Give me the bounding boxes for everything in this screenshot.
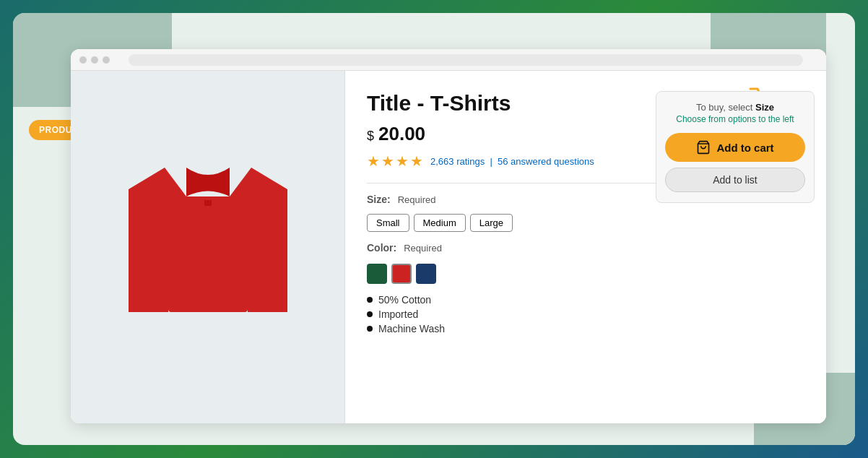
browser-card: Title - T-Shirts $ 20.00 ★★★★ 2,663 rati… [71, 49, 826, 423]
browser-dot-1 [79, 56, 87, 64]
product-details-section: Title - T-Shirts $ 20.00 ★★★★ 2,663 rati… [345, 71, 826, 423]
color-label: Color: [367, 242, 396, 254]
price-symbol: $ [367, 129, 374, 144]
svg-rect-8 [204, 200, 212, 206]
bullet-item-wash: Machine Wash [367, 323, 804, 334]
browser-topbar [71, 49, 826, 71]
price-amount: 20.00 [378, 123, 425, 145]
bullet-item-cotton: 50% Cotton [367, 294, 804, 306]
color-row: Color: Required [367, 242, 804, 254]
browser-url-bar [129, 54, 803, 66]
cart-icon [696, 140, 711, 155]
bullet-item-imported: Imported [367, 308, 804, 320]
size-required: Required [398, 194, 436, 205]
add-to-cart-button[interactable]: Add to cart [665, 133, 805, 162]
svg-rect-7 [168, 196, 248, 312]
browser-content: Title - T-Shirts $ 20.00 ★★★★ 2,663 rati… [71, 71, 826, 423]
bullet-list: 50% Cotton Imported Machine Wash [367, 294, 804, 334]
bullet-dot-1 [367, 297, 373, 303]
bullet-dot-2 [367, 311, 373, 317]
product-image-tshirt [129, 160, 287, 334]
buy-box-title-bold: Size [755, 102, 774, 113]
bullet-dot-3 [367, 326, 373, 332]
add-to-cart-label: Add to cart [716, 142, 773, 154]
color-required: Required [404, 243, 442, 254]
buy-box: To buy, select Size Choose from options … [656, 91, 815, 203]
color-swatch-red[interactable] [391, 264, 412, 284]
buy-box-title: To buy, select Size [665, 102, 805, 113]
product-image-section [71, 71, 345, 423]
color-swatch-navy[interactable] [416, 264, 436, 284]
browser-dot-3 [103, 56, 110, 64]
buy-box-subtitle: Choose from options to the left [665, 114, 805, 124]
browser-dot-2 [91, 56, 98, 64]
color-swatch-green[interactable] [367, 264, 387, 284]
ratings-text[interactable]: 2,663 ratings | 56 answered questions [430, 156, 594, 167]
size-medium-button[interactable]: Medium [414, 214, 466, 232]
add-to-list-button[interactable]: Add to list [665, 168, 805, 192]
size-label: Size: [367, 194, 391, 205]
outer-wrapper: PRODUCT IMAGE PRODUCT TITLE PRODUCT INFO… [13, 13, 855, 445]
size-large-button[interactable]: Large [470, 214, 513, 232]
color-swatches [367, 264, 804, 284]
star-rating: ★★★★ [367, 152, 425, 170]
size-small-button[interactable]: Small [367, 214, 409, 232]
size-buttons: Small Medium Large [367, 214, 804, 232]
